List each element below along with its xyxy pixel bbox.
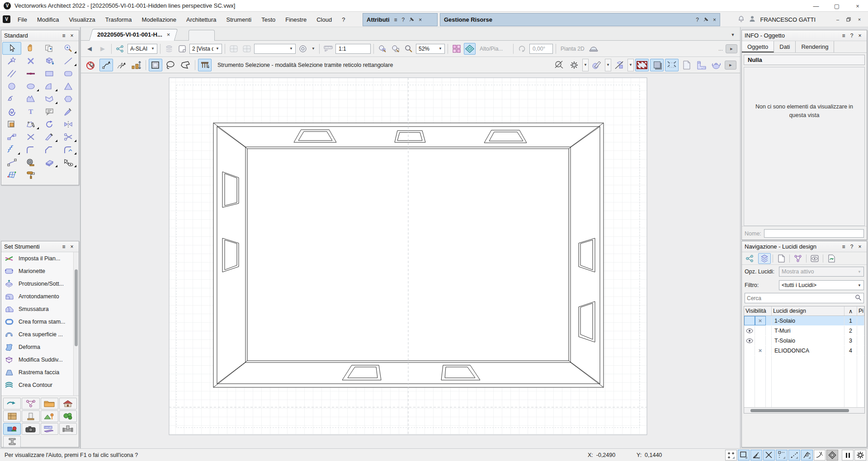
viewport-select[interactable]: ▼ bbox=[254, 44, 296, 54]
snap-suspend-icon[interactable] bbox=[826, 450, 838, 461]
tab-dati[interactable]: Dati bbox=[774, 41, 796, 52]
col-name[interactable]: Lucidi design bbox=[772, 306, 844, 315]
toolset-3d-modeling-icon[interactable] bbox=[3, 423, 21, 435]
tab-rendering[interactable]: Rendering bbox=[796, 41, 834, 52]
pin-icon[interactable] bbox=[409, 17, 414, 22]
menu-visualizza[interactable]: Visualizza bbox=[64, 13, 100, 26]
toolset-item[interactable]: Crea superficie ... bbox=[1, 328, 79, 341]
layers-horizontal-scrollbar[interactable] bbox=[744, 407, 864, 413]
tool-tape-measure[interactable] bbox=[21, 156, 40, 169]
toolset-item[interactable]: Modifica Suddiv... bbox=[1, 353, 79, 366]
pause-icon[interactable] bbox=[842, 450, 854, 461]
mdi-minimize-button[interactable]: ‒ bbox=[833, 15, 843, 24]
target-icon[interactable] bbox=[297, 43, 309, 55]
sheet-icon[interactable] bbox=[176, 43, 188, 55]
mode-hatch-toggle[interactable] bbox=[635, 59, 649, 71]
layer-row[interactable]: × ELIODONICA 4 bbox=[744, 346, 864, 356]
toolset-camera-icon[interactable] bbox=[22, 423, 39, 435]
tool-magic-wand[interactable] bbox=[2, 55, 21, 67]
col-sort[interactable]: ∧ bbox=[844, 306, 857, 315]
minimize-button[interactable]: — bbox=[806, 0, 826, 12]
toolset-steel-icon[interactable] bbox=[3, 436, 21, 447]
mode-multiple-selection[interactable] bbox=[114, 59, 128, 71]
close-icon[interactable]: × bbox=[419, 17, 422, 23]
gear-icon[interactable] bbox=[854, 450, 866, 461]
toolset-trees-icon[interactable] bbox=[59, 410, 77, 422]
tool-spiral[interactable] bbox=[2, 105, 21, 118]
drawing-canvas[interactable] bbox=[80, 73, 740, 448]
projection-label[interactable]: Alto/Pia... bbox=[477, 46, 510, 52]
nav-viewports-icon[interactable] bbox=[808, 253, 821, 264]
tool-push-pull[interactable] bbox=[40, 55, 59, 67]
nav-references-icon[interactable] bbox=[825, 253, 838, 264]
mode-marquee-rectangle[interactable] bbox=[149, 59, 162, 71]
tool-rounded-rectangle[interactable] bbox=[59, 67, 78, 80]
col-visibility[interactable]: Visibilità bbox=[744, 306, 772, 315]
maximize-button[interactable]: ▢ bbox=[826, 0, 847, 12]
hamburger-icon[interactable]: ≡ bbox=[840, 244, 848, 250]
toolset-item[interactable]: Crea forma stam... bbox=[1, 315, 79, 328]
snap-distance-icon[interactable] bbox=[788, 450, 800, 461]
layer-visible-icon[interactable] bbox=[744, 326, 755, 335]
saved-views-icon[interactable] bbox=[114, 43, 126, 55]
menu-testo[interactable]: Testo bbox=[256, 13, 280, 26]
tool-scissors[interactable] bbox=[59, 131, 78, 143]
toolsets-scrollbar[interactable] bbox=[73, 252, 79, 395]
tool-zoom[interactable] bbox=[59, 42, 78, 55]
mode-corner-ruler-icon[interactable] bbox=[695, 59, 708, 71]
snap-smart-edge-icon[interactable] bbox=[801, 450, 813, 461]
toolset-furniture-icon[interactable] bbox=[3, 410, 21, 422]
tool-connect[interactable] bbox=[2, 156, 21, 169]
new-document-tab-stub[interactable] bbox=[189, 30, 215, 41]
mdi-restore-button[interactable] bbox=[844, 15, 854, 24]
mdi-close-button[interactable]: × bbox=[854, 15, 864, 24]
mode-teapot-icon[interactable] bbox=[710, 59, 723, 71]
standard-palette-header[interactable]: Standard ≡ × bbox=[1, 30, 79, 41]
tool-wall[interactable] bbox=[21, 67, 40, 80]
fit-page-icon[interactable] bbox=[390, 43, 401, 55]
search-input[interactable] bbox=[747, 295, 855, 301]
toolset-item[interactable]: Estrai bbox=[1, 391, 79, 396]
mode-disable-snap-icon[interactable] bbox=[85, 59, 98, 71]
document-tab-close-icon[interactable]: × bbox=[167, 31, 170, 38]
tool-flyover[interactable] bbox=[59, 156, 78, 169]
tool-trim[interactable] bbox=[21, 131, 40, 143]
layer-row[interactable]: T-Solaio 3 bbox=[744, 336, 864, 346]
tool-split[interactable] bbox=[40, 131, 59, 143]
tool-duplicate[interactable] bbox=[40, 42, 59, 55]
gear-dropdown[interactable]: ▼ bbox=[582, 59, 589, 71]
tool-paint-roller[interactable] bbox=[21, 169, 40, 181]
fit-objects-icon[interactable] bbox=[377, 43, 388, 55]
toolset-item[interactable]: Deforma bbox=[1, 341, 79, 353]
mode-magnifier-off-icon[interactable] bbox=[552, 59, 566, 71]
user-name[interactable]: FRANCESCO GATTI bbox=[760, 16, 816, 23]
help-icon[interactable]: ? bbox=[402, 17, 405, 23]
mode-handles-toggle[interactable] bbox=[665, 59, 679, 71]
close-icon[interactable]: × bbox=[68, 33, 76, 39]
back-button[interactable]: ◀ bbox=[84, 43, 95, 55]
toolset-dims-icon[interactable] bbox=[41, 423, 58, 435]
mode-gear-icon[interactable] bbox=[567, 59, 581, 71]
toolset-folder-icon[interactable] bbox=[41, 398, 58, 409]
mode-render-style-icon[interactable] bbox=[590, 59, 604, 71]
menu-modifica[interactable]: Modifica bbox=[32, 13, 64, 26]
unified-view-icon[interactable] bbox=[464, 43, 476, 55]
mode-component-view-icon[interactable] bbox=[613, 59, 626, 71]
tool-resize[interactable] bbox=[2, 143, 21, 156]
close-icon[interactable]: × bbox=[856, 244, 864, 250]
close-icon[interactable]: × bbox=[68, 244, 76, 250]
tab-oggetto[interactable]: Oggetto bbox=[742, 41, 774, 52]
menu-finestre[interactable]: Finestre bbox=[280, 13, 311, 26]
toolset-item[interactable]: Imposta il Pian...▶ bbox=[1, 252, 79, 265]
mode-marquee-polygon[interactable] bbox=[179, 59, 192, 71]
nav-classes-icon[interactable] bbox=[792, 253, 804, 264]
pin-icon[interactable] bbox=[703, 17, 708, 22]
tool-polygon[interactable] bbox=[21, 93, 40, 105]
close-button[interactable]: × bbox=[847, 0, 868, 12]
filter-select[interactable]: <tutti i Lucidi>▼ bbox=[779, 280, 864, 290]
tool-eyedropper[interactable] bbox=[59, 105, 78, 118]
tool-polyline[interactable] bbox=[40, 93, 59, 105]
tool-rotate[interactable] bbox=[40, 118, 59, 131]
menu-strumenti[interactable]: Strumenti bbox=[222, 13, 257, 26]
hamburger-icon[interactable]: ≡ bbox=[394, 17, 397, 23]
